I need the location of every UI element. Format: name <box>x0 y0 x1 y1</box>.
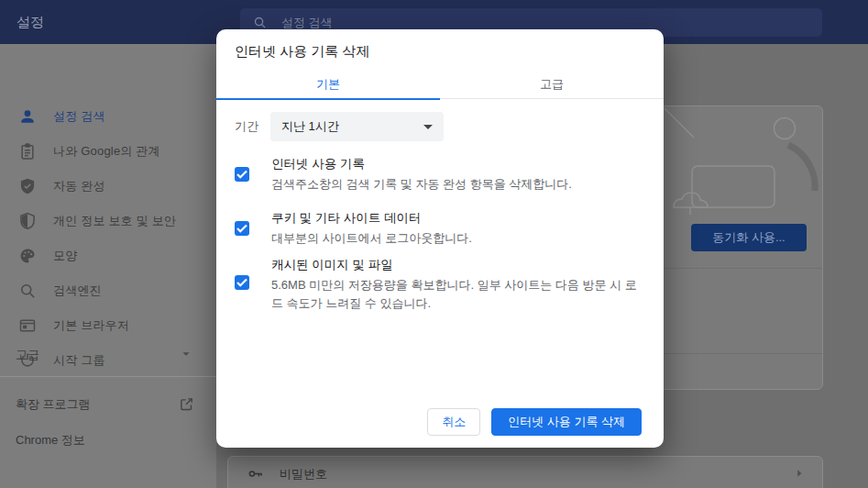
advanced-label: 고급 <box>16 347 39 363</box>
settings-sidebar: 설정 검색 나와 Google의 관계 자동 완성 개인 정보 보호 및 보안 … <box>0 44 216 488</box>
sidebar-item-you-and-google[interactable]: 나와 Google의 관계 <box>0 134 216 169</box>
sidebar-item-label: 나와 Google의 관계 <box>53 134 160 169</box>
shield-check-icon <box>18 177 37 195</box>
palette-icon <box>18 247 37 265</box>
cancel-button[interactable]: 취소 <box>427 408 480 436</box>
time-range-row: 기간 지난 1시간 <box>216 112 664 141</box>
settings-search-input[interactable] <box>281 16 648 29</box>
key-icon <box>247 465 264 482</box>
sidebar-item-label: 검색엔진 <box>53 273 102 308</box>
sidebar-item-search-engine[interactable]: 검색엔진 <box>0 273 216 308</box>
browsing-history-checkbox[interactable] <box>235 167 249 182</box>
time-range-select[interactable]: 지난 1시간 <box>270 112 444 141</box>
cached-images-row: 캐시된 이미지 및 파일 5.6MB 미만의 저장용량을 확보합니다. 일부 사… <box>235 257 645 313</box>
about-chrome-label: Chrome 정보 <box>16 428 85 452</box>
sync-illustration <box>657 106 822 230</box>
sidebar-item-about-chrome[interactable]: Chrome 정보 <box>0 428 216 452</box>
dialog-tabs: 기본 고급 <box>216 72 664 99</box>
chevron-down-icon <box>180 348 192 360</box>
sidebar-item-label: 자동 완성 <box>53 169 105 204</box>
passwords-label: 비밀번호 <box>280 457 327 488</box>
extensions-label: 확장 프로그램 <box>16 393 91 416</box>
autofill-card: 비밀번호 <box>227 456 823 488</box>
sidebar-item-privacy-security[interactable]: 개인 정보 보호 및 보안 <box>0 204 216 238</box>
tab-basic[interactable]: 기본 <box>216 72 440 99</box>
sidebar-divider <box>0 376 216 377</box>
time-range-label: 기간 <box>235 112 258 141</box>
sidebar-item-label: 설정 검색 <box>53 99 105 134</box>
clear-browsing-data-dialog: 인터넷 사용 기록 삭제 기본 고급 기간 지난 1시간 인터넷 사용 기록 검… <box>216 29 664 448</box>
checkbox-description: 5.6MB 미만의 저장용량을 확보합니다. 일부 사이트는 다음 방문 시 로… <box>271 276 640 313</box>
sidebar-item-label: 모양 <box>53 238 77 273</box>
chrome-settings-page: 설정 설정 검색 나와 Google의 관계 자동 완성 개인 정보 보호 및 … <box>0 0 868 488</box>
sidebar-item-label: 개인 정보 보호 및 보안 <box>53 204 176 238</box>
sidebar-item-label: 기본 브라우저 <box>53 308 129 343</box>
checkbox-description: 검색주소창의 검색 기록 및 자동 완성 항목을 삭제합니다. <box>271 175 640 194</box>
turn-on-sync-button[interactable]: 동기화 사용... <box>691 224 807 251</box>
person-icon <box>18 107 37 126</box>
chevron-right-icon <box>793 467 806 480</box>
cached-images-checkbox[interactable] <box>235 275 249 290</box>
tab-advanced[interactable]: 고급 <box>440 72 664 99</box>
checkbox-title: 캐시된 이미지 및 파일 <box>271 257 645 273</box>
cookies-checkbox[interactable] <box>235 221 249 236</box>
sidebar-item-autofill[interactable]: 자동 완성 <box>0 169 216 204</box>
sidebar-item-default-browser[interactable]: 기본 브라우저 <box>0 308 216 343</box>
clear-data-button[interactable]: 인터넷 사용 기록 삭제 <box>491 408 642 436</box>
external-link-icon <box>179 396 194 412</box>
browsing-history-row: 인터넷 사용 기록 검색주소창의 검색 기록 및 자동 완성 항목을 삭제합니다… <box>235 156 645 194</box>
passwords-row[interactable]: 비밀번호 <box>228 457 822 488</box>
sidebar-item-search-settings[interactable]: 설정 검색 <box>0 99 216 134</box>
time-range-value: 지난 1시간 <box>281 112 339 141</box>
sidebar-item-appearance[interactable]: 모양 <box>0 238 216 273</box>
dialog-footer: 취소 인터넷 사용 기록 삭제 <box>427 408 642 436</box>
dialog-title: 인터넷 사용 기록 삭제 <box>235 43 370 61</box>
clipboard-icon <box>18 142 37 161</box>
checkbox-description: 대부분의 사이트에서 로그아웃합니다. <box>271 229 640 248</box>
magnifier-icon <box>18 282 37 300</box>
search-icon <box>253 16 267 29</box>
checkbox-title: 쿠키 및 기타 사이트 데이터 <box>271 210 645 227</box>
sidebar-item-extensions[interactable]: 확장 프로그램 <box>0 393 216 416</box>
browser-icon <box>18 316 37 335</box>
dropdown-arrow-icon <box>423 125 433 129</box>
cookies-row: 쿠키 및 기타 사이트 데이터 대부분의 사이트에서 로그아웃합니다. <box>235 210 645 248</box>
security-shield-icon <box>18 212 37 230</box>
sidebar-advanced-toggle[interactable]: 고급 <box>0 347 216 367</box>
page-title: 설정 <box>16 0 44 44</box>
checkbox-title: 인터넷 사용 기록 <box>271 156 645 172</box>
